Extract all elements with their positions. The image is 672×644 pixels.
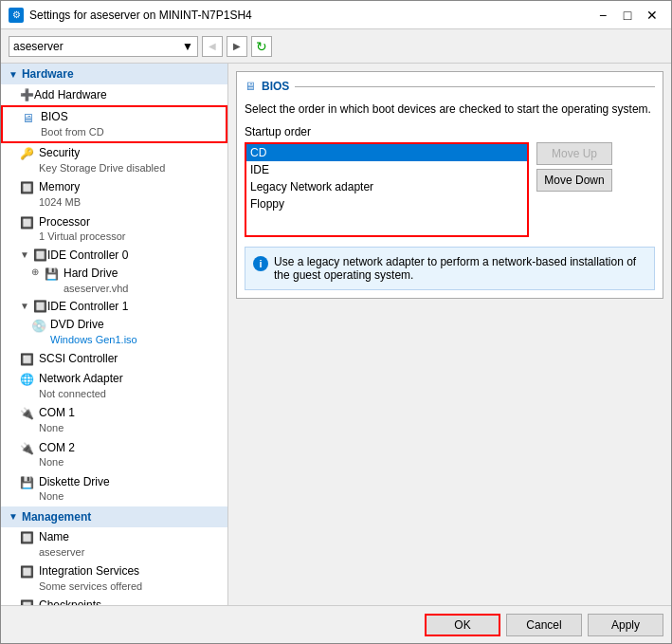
title-bar: ⚙ Settings for aseserver on MININT-N7P1S…: [1, 1, 671, 29]
ide1-item[interactable]: ▼ 🔲 IDE Controller 1: [1, 298, 227, 315]
startup-list-item[interactable]: IDE: [246, 161, 527, 178]
harddrive-item-label: Hard Drive: [64, 266, 128, 282]
name-item-label: Name: [39, 529, 84, 545]
sidebar: ▼ Hardware ➕ Add Hardware 🖥 BIOS Boot fr…: [1, 64, 228, 605]
bios-item-label: BIOS: [41, 109, 104, 125]
close-button[interactable]: ✕: [641, 6, 663, 25]
main-content: ▼ Hardware ➕ Add Hardware 🖥 BIOS Boot fr…: [1, 64, 671, 605]
bios-item-sub: Boot from CD: [41, 125, 104, 139]
startup-list[interactable]: CDIDELegacy Network adapterFloppy: [245, 142, 529, 237]
info-box: i Use a legacy network adapter to perfor…: [245, 247, 655, 290]
info-text: Use a legacy network adapter to perform …: [274, 255, 646, 282]
move-down-button[interactable]: Move Down: [536, 169, 612, 192]
hardware-section-label: Hardware: [22, 67, 74, 81]
ok-button[interactable]: OK: [425, 614, 500, 636]
minimize-button[interactable]: −: [591, 6, 614, 25]
integration-item[interactable]: 🔲 Integration Services Some services off…: [1, 561, 227, 596]
server-dropdown-value: aseserver: [13, 40, 64, 53]
network-item-text: Network Adapter Not connected: [39, 371, 123, 401]
com2-item[interactable]: 🔌 COM 2 None: [1, 438, 227, 472]
management-section-label: Management: [22, 510, 91, 524]
security-item[interactable]: 🔑 Security Key Storage Drive disabled: [1, 143, 227, 177]
add-hardware-item[interactable]: ➕ Add Hardware: [1, 84, 227, 105]
server-dropdown[interactable]: aseserver ▼: [9, 36, 198, 57]
scsi-label: SCSI Controller: [39, 351, 118, 367]
startup-order-label: Startup order: [245, 125, 655, 138]
memory-item-label: Memory: [39, 179, 81, 195]
window-title: Settings for aseserver on MININT-N7P1SH4: [29, 9, 591, 22]
com1-item-sub: None: [39, 421, 75, 435]
maximize-button[interactable]: □: [616, 6, 639, 25]
move-up-button[interactable]: Move Up: [536, 142, 612, 165]
back-button[interactable]: ◀: [202, 36, 223, 57]
com2-icon: 🔌: [20, 441, 35, 456]
management-section-header[interactable]: ▼ Management: [1, 506, 227, 527]
integration-item-label: Integration Services: [39, 563, 142, 580]
startup-list-item[interactable]: Floppy: [246, 195, 527, 212]
integration-icon: 🔲: [20, 564, 35, 580]
network-item-label: Network Adapter: [39, 371, 123, 387]
bios-group-icon: 🖥: [245, 80, 256, 93]
harddrive-item[interactable]: ⊕ 💾 Hard Drive aseserver.vhd: [1, 264, 227, 298]
startup-list-item[interactable]: CD: [246, 144, 527, 161]
diskette-item-text: Diskette Drive None: [39, 474, 110, 505]
memory-item[interactable]: 🔲 Memory 1024 MB: [1, 177, 227, 212]
harddrive-icon: 💾: [45, 267, 60, 282]
ide1-icon: 🔲: [33, 300, 47, 313]
ide1-label: IDE Controller 1: [47, 300, 128, 313]
checkpoints-icon: 🔲: [20, 598, 35, 605]
bios-group: 🖥 BIOS Select the order in which boot de…: [236, 71, 663, 299]
checkpoints-item-text: Checkpoints Standard: [39, 598, 101, 605]
ide0-item[interactable]: ▼ 🔲 IDE Controller 0: [1, 247, 227, 264]
name-item-sub: aseserver: [39, 545, 84, 560]
dvd-item[interactable]: 💿 DVD Drive Windows Gen1.iso: [1, 315, 227, 349]
com1-item-label: COM 1: [39, 405, 75, 421]
footer: OK Cancel Apply: [1, 605, 671, 643]
hardware-section-header[interactable]: ▼ Hardware: [1, 64, 227, 84]
startup-order-area: CDIDELegacy Network adapterFloppy Move U…: [245, 142, 655, 237]
hardware-arrow: ▼: [9, 69, 18, 80]
bios-item[interactable]: 🖥 BIOS Boot from CD: [1, 105, 227, 143]
bios-icon: 🖥: [22, 110, 37, 125]
com1-item[interactable]: 🔌 COM 1 None: [1, 403, 227, 437]
com1-item-text: COM 1 None: [39, 405, 75, 435]
network-item[interactable]: 🌐 Network Adapter Not connected: [1, 369, 227, 403]
dvd-icon: 💿: [31, 318, 46, 333]
memory-item-text: Memory 1024 MB: [39, 179, 81, 210]
com1-icon: 🔌: [20, 406, 35, 421]
processor-item-text: Processor 1 Virtual processor: [39, 214, 126, 245]
diskette-icon: 💾: [20, 475, 35, 490]
scsi-item[interactable]: 🔲 SCSI Controller: [1, 349, 227, 369]
right-panel: 🖥 BIOS Select the order in which boot de…: [228, 64, 671, 605]
main-window: ⚙ Settings for aseserver on MININT-N7P1S…: [0, 0, 672, 644]
forward-button[interactable]: ▶: [227, 36, 247, 57]
security-item-label: Security: [39, 145, 165, 161]
processor-item-sub: 1 Virtual processor: [39, 230, 126, 244]
network-icon: 🌐: [20, 372, 35, 387]
window-controls: − □ ✕: [591, 6, 663, 25]
diskette-item-sub: None: [39, 489, 110, 504]
server-dropdown-arrow: ▼: [182, 40, 193, 53]
dvd-item-sub: Windows Gen1.iso: [50, 333, 137, 347]
memory-item-sub: 1024 MB: [39, 195, 81, 210]
processor-item[interactable]: 🔲 Processor 1 Virtual processor: [1, 212, 227, 247]
name-icon: 🔲: [20, 530, 35, 545]
startup-list-item[interactable]: Legacy Network adapter: [246, 178, 527, 195]
diskette-item[interactable]: 💾 Diskette Drive None: [1, 472, 227, 506]
harddrive-item-sub: aseserver.vhd: [64, 282, 128, 296]
refresh-button[interactable]: ↻: [251, 36, 272, 57]
cancel-button[interactable]: Cancel: [506, 614, 582, 636]
integration-item-text: Integration Services Some services offer…: [39, 563, 142, 594]
dvd-item-text: DVD Drive Windows Gen1.iso: [50, 317, 137, 347]
name-item-text: Name aseserver: [39, 529, 84, 560]
bios-item-text: BIOS Boot from CD: [41, 109, 104, 139]
scsi-icon: 🔲: [20, 352, 35, 367]
memory-icon: 🔲: [20, 180, 35, 195]
ide0-icon: 🔲: [33, 248, 47, 262]
processor-icon: 🔲: [20, 215, 35, 230]
checkpoints-item[interactable]: 🔲 Checkpoints Standard: [1, 596, 227, 605]
apply-button[interactable]: Apply: [588, 614, 663, 636]
security-icon: 🔑: [20, 146, 35, 161]
bios-description: Select the order in which boot devices a…: [245, 102, 655, 116]
name-item[interactable]: 🔲 Name aseserver: [1, 527, 227, 561]
